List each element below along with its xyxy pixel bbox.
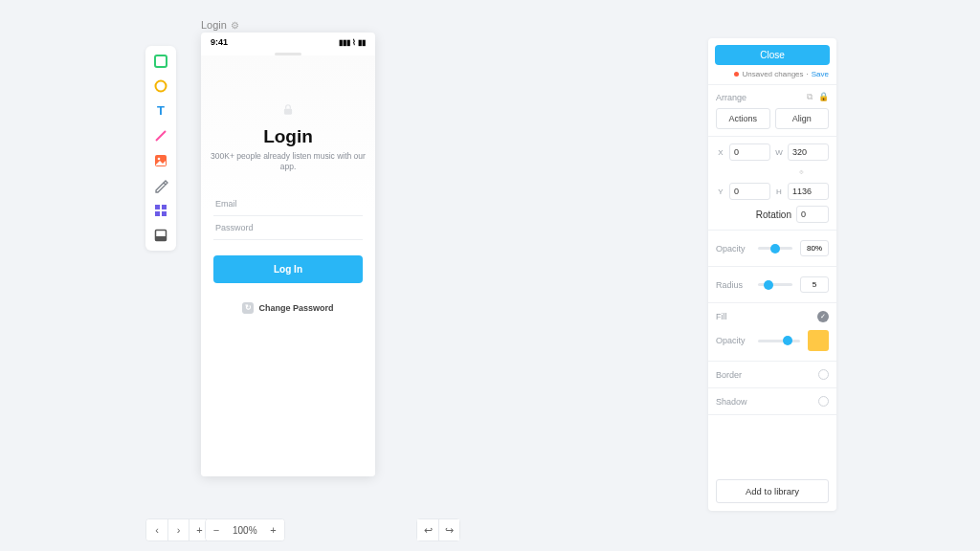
duplicate-icon[interactable]: ⧉: [807, 92, 813, 102]
fill-label: Fill: [716, 312, 727, 321]
save-link[interactable]: Save: [812, 70, 829, 78]
border-toggle[interactable]: [818, 369, 829, 380]
opacity-label: Opacity: [716, 244, 750, 253]
svg-point-1: [156, 81, 167, 92]
svg-rect-7: [162, 205, 167, 209]
border-row[interactable]: Border: [708, 361, 836, 387]
text-tool[interactable]: T: [151, 101, 170, 121]
shadow-row[interactable]: Shadow: [708, 387, 836, 414]
screen-title: Login: [211, 126, 366, 147]
radius-row: Radius: [708, 266, 836, 302]
artboard-phone[interactable]: 9:41 ▮▮▮ ⌇ ▮▮ Login 300K+ people already…: [201, 33, 375, 476]
circle-tool[interactable]: [151, 77, 170, 96]
svg-point-5: [158, 158, 161, 161]
properties-panel: Close Unsaved changes · Save Arrange ⧉ 🔒…: [708, 38, 836, 511]
svg-rect-0: [155, 55, 167, 67]
rectangle-tool[interactable]: [151, 52, 170, 71]
svg-rect-11: [156, 236, 167, 241]
login-screen: Login 300K+ people already listen music …: [201, 55, 375, 476]
rotation-input[interactable]: [796, 206, 829, 223]
line-tool[interactable]: [151, 126, 170, 145]
refresh-icon: ↻: [242, 302, 254, 314]
add-to-library-button[interactable]: Add to library: [716, 479, 829, 503]
w-label: W: [774, 148, 784, 157]
arrange-label: Arrange: [716, 93, 746, 102]
svg-line-3: [156, 131, 166, 141]
zoom-in-button[interactable]: +: [263, 519, 284, 540]
arrange-section: Arrange ⧉ 🔒 Actions Align: [708, 84, 836, 136]
rotation-label: Rotation: [756, 209, 791, 220]
unsaved-text: Unsaved changes: [742, 70, 803, 78]
x-label: X: [716, 148, 725, 157]
svg-rect-6: [155, 205, 160, 209]
svg-rect-8: [155, 211, 160, 216]
email-field[interactable]: Email: [213, 192, 363, 216]
pen-tool[interactable]: [151, 176, 170, 195]
link-wh-icon[interactable]: ⟐: [774, 167, 829, 176]
fill-header: Fill ✓: [708, 302, 836, 330]
w-input[interactable]: [788, 143, 829, 161]
wifi-icon: ⌇: [352, 38, 356, 47]
battery-icon: ▮▮: [358, 38, 366, 47]
fill-opacity-label: Opacity: [716, 336, 750, 345]
h-label: H: [774, 187, 784, 196]
password-field[interactable]: Password: [213, 216, 363, 240]
zoom-controls: − 100% +: [205, 518, 285, 541]
zoom-out-button[interactable]: −: [206, 519, 227, 540]
status-bar: 9:41 ▮▮▮ ⌇ ▮▮: [201, 33, 375, 49]
shadow-label: Shadow: [716, 397, 747, 407]
signal-icon: ▮▮▮: [339, 38, 350, 47]
page-nav: ‹ › +: [145, 518, 211, 541]
actions-button[interactable]: Actions: [716, 108, 770, 129]
screen-subtitle: 300K+ people already listen music with o…: [211, 151, 366, 173]
radius-slider[interactable]: [758, 283, 792, 286]
lock-icon[interactable]: 🔒: [818, 92, 829, 102]
change-pw-label: Change Password: [258, 303, 333, 313]
radius-value[interactable]: [800, 276, 829, 293]
image-tool[interactable]: [151, 151, 170, 170]
close-button[interactable]: Close: [715, 45, 830, 65]
fill-opacity-slider[interactable]: [758, 340, 800, 342]
geometry-section: X W ⟐ Y H Rotation: [708, 136, 836, 230]
svg-rect-9: [162, 211, 167, 216]
next-page-button[interactable]: ›: [167, 519, 189, 540]
fill-opacity-row: Opacity: [708, 330, 836, 361]
opacity-slider[interactable]: [758, 247, 792, 250]
change-password-link[interactable]: ↻ Change Password: [211, 302, 366, 314]
redo-button[interactable]: ↪: [438, 519, 459, 540]
login-button[interactable]: Log In: [213, 255, 363, 283]
border-label: Border: [716, 370, 742, 380]
svg-rect-12: [284, 109, 292, 115]
panel-spacer: [708, 414, 836, 472]
radius-label: Radius: [716, 280, 750, 290]
svg-text:T: T: [157, 103, 165, 118]
undo-button[interactable]: ↩: [417, 519, 438, 540]
align-button[interactable]: Align: [775, 108, 830, 129]
status-icons: ▮▮▮ ⌇ ▮▮: [339, 38, 366, 47]
y-input[interactable]: [729, 183, 770, 200]
artboard-label[interactable]: Login ⚙: [201, 19, 239, 31]
prev-page-button[interactable]: ‹: [146, 519, 167, 540]
artboard-name: Login: [201, 19, 227, 31]
artboard-tool[interactable]: [151, 226, 170, 245]
zoom-value[interactable]: 100%: [227, 519, 263, 540]
unsaved-indicator: Unsaved changes · Save: [708, 70, 836, 84]
opacity-value[interactable]: [800, 240, 829, 256]
status-time: 9:41: [211, 37, 228, 47]
fill-check-icon[interactable]: ✓: [817, 311, 829, 322]
undo-redo: ↩ ↪: [416, 518, 460, 541]
y-label: Y: [716, 187, 725, 196]
shadow-toggle[interactable]: [818, 396, 829, 407]
left-toolbar: T: [145, 46, 176, 251]
components-tool[interactable]: [151, 201, 170, 220]
lock-icon: [281, 103, 295, 117]
opacity-row: Opacity: [708, 230, 836, 266]
gear-icon[interactable]: ⚙: [231, 20, 239, 31]
x-input[interactable]: [729, 143, 770, 161]
unsaved-dot-icon: [734, 72, 739, 77]
fill-color-swatch[interactable]: [808, 330, 829, 351]
h-input[interactable]: [788, 183, 829, 200]
